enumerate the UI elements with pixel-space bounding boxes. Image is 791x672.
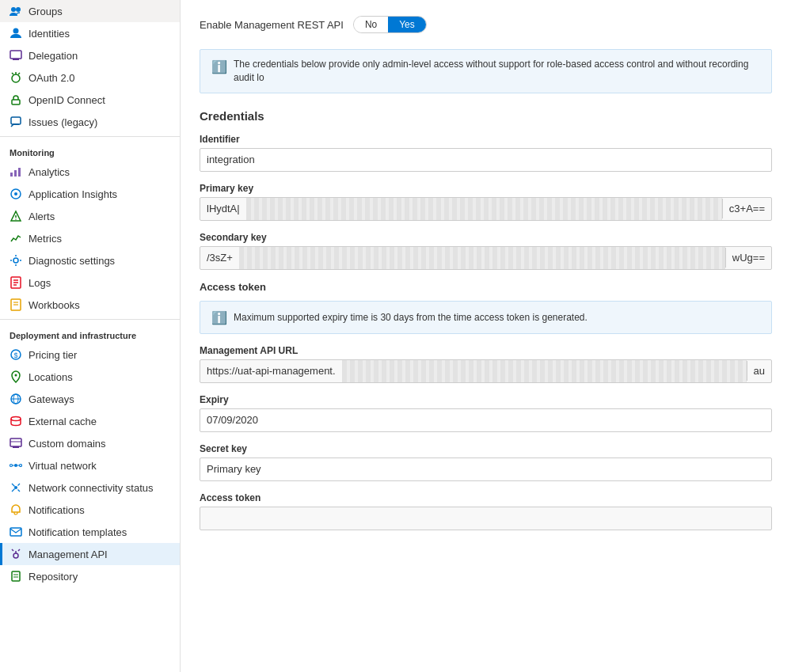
svg-point-29 [11, 417, 21, 421]
toggle-yes[interactable]: Yes [388, 17, 426, 32]
svg-point-38 [14, 486, 17, 489]
primary-key-field-group: Primary key lHydtA| c3+A== [200, 183, 772, 221]
sidebar-item-virtual-network[interactable]: Virtual network [0, 454, 180, 476]
sidebar-item-label-oauth2: OAuth 2.0 [29, 72, 75, 84]
sidebar-item-label-issues: Issues (legacy) [29, 116, 97, 128]
sidebar-item-app-insights[interactable]: Application Insights [0, 183, 180, 205]
sidebar-item-network-conn[interactable]: Network connectivity status [0, 476, 180, 499]
credentials-title: Credentials [200, 109, 772, 123]
sidebar-section-label: Deployment and infrastructure [0, 323, 180, 344]
mgmt-api-url-label: Management API URL [200, 345, 772, 356]
sidebar-item-label-network-conn: Network connectivity status [29, 482, 154, 494]
notifications-icon [10, 503, 22, 516]
expiry-input[interactable] [200, 408, 772, 432]
openid-icon [10, 93, 22, 106]
toggle-no[interactable]: No [354, 17, 388, 32]
groups-icon [10, 5, 22, 17]
sidebar-item-custom-domains[interactable]: Custom domains [0, 432, 180, 454]
enable-label: Enable Management REST API [200, 19, 344, 31]
access-token-input[interactable] [200, 507, 772, 530]
locations-icon [10, 370, 22, 383]
svg-rect-10 [18, 168, 21, 177]
sidebar-item-label-notif-templates: Notification templates [29, 526, 127, 538]
mgmt-api-url-input-row: https://uat-api-management. au [200, 359, 772, 383]
gateways-icon [10, 393, 22, 405]
svg-point-15 [13, 258, 18, 263]
svg-point-40 [13, 553, 18, 558]
expiry-label: Expiry [200, 394, 772, 405]
sidebar-item-issues[interactable]: Issues (legacy) [0, 111, 180, 133]
sidebar-item-label-logs: Logs [29, 277, 51, 289]
sidebar-item-label-repository: Repository [29, 571, 78, 583]
sidebar-item-diag-settings[interactable]: Diagnostic settings [0, 249, 180, 271]
info-icon: ℹ️ [211, 59, 227, 76]
primary-key-start: lHydtA| [200, 199, 246, 218]
sidebar-item-analytics[interactable]: Analytics [0, 161, 180, 183]
expiry-field-group: Expiry [200, 394, 772, 432]
sidebar-item-external-cache[interactable]: External cache [0, 410, 180, 432]
secret-key-input[interactable] [200, 457, 772, 481]
diag-settings-icon [10, 254, 22, 267]
sidebar-item-gateways[interactable]: Gateways [0, 388, 180, 410]
secondary-key-start: /3sZ+ [200, 248, 239, 268]
sidebar-item-delegation[interactable]: Delegation [0, 44, 180, 66]
svg-point-2 [13, 28, 19, 34]
sidebar-item-metrics[interactable]: Metrics [0, 227, 180, 249]
primary-key-label: Primary key [200, 183, 772, 194]
access-token-section-label: Access token [200, 281, 772, 293]
identifier-input[interactable] [200, 148, 772, 172]
mgmt-api-url-start: https://uat-api-management. [200, 361, 342, 381]
sidebar-item-logs[interactable]: Logs [0, 271, 180, 294]
sidebar-item-label-diag-settings: Diagnostic settings [29, 255, 115, 267]
issues-icon [10, 116, 22, 128]
identifier-label: Identifier [200, 134, 772, 145]
sidebar-item-label-custom-domains: Custom domains [29, 438, 106, 450]
primary-key-end: c3+A== [722, 199, 771, 218]
primary-key-blur [246, 198, 722, 220]
mgmt-api-url-blur [342, 360, 747, 382]
sidebar-item-label-virtual-network: Virtual network [29, 460, 97, 472]
sidebar-item-notifications[interactable]: Notifications [0, 499, 180, 521]
sidebar-item-alerts[interactable]: Alerts [0, 205, 180, 227]
sidebar-item-label-analytics: Analytics [29, 166, 70, 178]
access-token-label: Access token [200, 492, 772, 503]
sidebar-item-label-mgmt-api: Management API [29, 549, 108, 560]
svg-rect-7 [11, 117, 21, 124]
sidebar-item-pricing-tier[interactable]: $Pricing tier [0, 344, 180, 366]
alerts-icon [10, 210, 22, 222]
toggle-switch[interactable]: No Yes [353, 16, 427, 33]
sidebar-item-label-delegation: Delegation [29, 50, 78, 62]
app-insights-icon [10, 188, 22, 200]
sidebar-item-identities[interactable]: Identities [0, 22, 180, 44]
sidebar-item-oauth2[interactable]: OAuth 2.0 [0, 66, 180, 89]
external-cache-icon [10, 415, 22, 427]
info-text: The credentials below provide only admin… [234, 58, 760, 85]
sidebar-item-label-identities: Identities [29, 28, 70, 40]
sidebar-item-label-groups: Groups [29, 6, 63, 17]
secondary-key-field-group: Secondary key /3sZ+ wUg== [200, 232, 772, 270]
sidebar-item-label-app-insights: Application Insights [29, 188, 117, 200]
access-token-field-group: Access token [200, 492, 772, 530]
sidebar-item-locations[interactable]: Locations [0, 366, 180, 388]
svg-point-12 [14, 192, 17, 196]
svg-rect-3 [10, 51, 21, 59]
sidebar-item-repository[interactable]: Repository [0, 565, 180, 587]
info-banner: ℹ️ The credentials below provide only ad… [200, 49, 772, 93]
enable-toggle-row: Enable Management REST API No Yes [200, 16, 772, 33]
svg-rect-39 [10, 528, 21, 536]
sidebar-item-groups[interactable]: Groups [0, 0, 180, 22]
secondary-key-input-row: /3sZ+ wUg== [200, 246, 772, 270]
sidebar-item-notif-templates[interactable]: Notification templates [0, 521, 180, 543]
mgmt-api-url-end: au [747, 361, 771, 381]
secret-key-field-group: Secret key [200, 443, 772, 481]
main-panel: Enable Management REST API No Yes ℹ️ The… [181, 0, 791, 672]
sidebar-item-mgmt-api[interactable]: Management API [0, 543, 180, 565]
pricing-tier-icon: $ [10, 348, 22, 361]
sidebar-item-openid[interactable]: OpenID Connect [0, 89, 180, 111]
svg-point-1 [16, 7, 21, 12]
sidebar-item-label-metrics: Metrics [29, 233, 62, 245]
primary-key-input-row: lHydtA| c3+A== [200, 197, 772, 221]
sidebar-item-workbooks[interactable]: Workbooks [0, 294, 180, 316]
sidebar-item-label-openid: OpenID Connect [29, 94, 105, 106]
sidebar-item-label-external-cache: External cache [29, 416, 97, 427]
